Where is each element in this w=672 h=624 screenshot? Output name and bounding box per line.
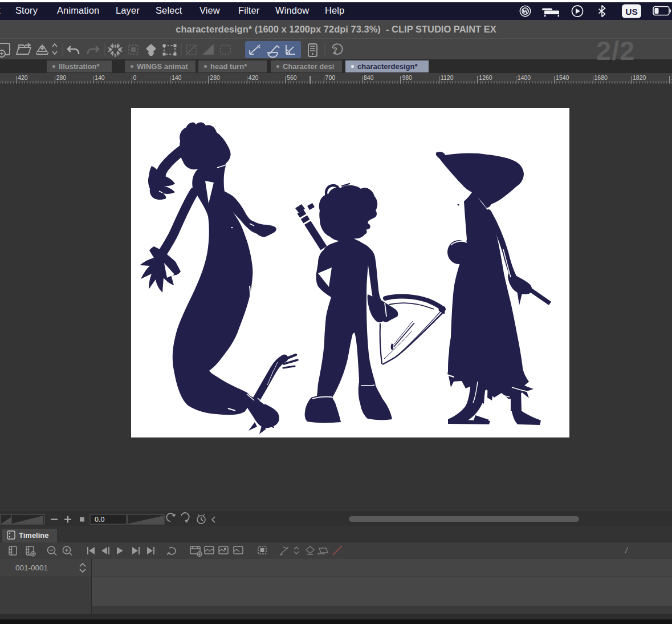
svg-text:0.0: 0.0 (95, 516, 104, 524)
svg-text:/: / (625, 546, 629, 555)
svg-text:US: US (625, 7, 638, 17)
svg-text:?: ? (333, 46, 337, 54)
